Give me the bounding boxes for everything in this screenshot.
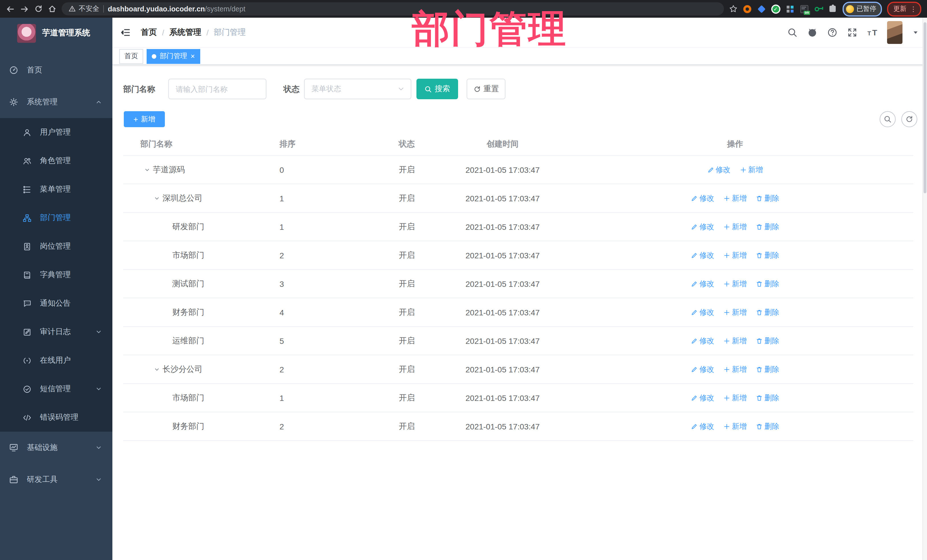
ext-puzzle-icon[interactable] (828, 4, 837, 14)
tag-0[interactable]: 首页 (119, 49, 143, 64)
github-icon[interactable] (807, 27, 818, 38)
status-select[interactable]: 菜单状态 (304, 79, 411, 99)
action-add-link[interactable]: 新增 (723, 307, 747, 317)
action-edit-link[interactable]: 修改 (691, 193, 714, 203)
sidebar-item-sub-1[interactable]: 角色管理 (0, 147, 112, 175)
action-edit-link[interactable]: 修改 (691, 279, 714, 289)
action-delete-link[interactable]: 删除 (756, 250, 779, 260)
sidebar-submenu: 用户管理角色管理菜单管理部门管理岗位管理字典管理通知公告审计日志在线用户短信管理… (0, 118, 112, 432)
edit-pencil-icon (691, 252, 698, 259)
action-edit-link[interactable]: 修改 (691, 250, 714, 260)
action-delete-link[interactable]: 删除 (756, 421, 779, 431)
scrollbar-thumb[interactable] (924, 22, 926, 193)
address-bar[interactable]: 不安全 dashboard.yudao.iocoder.cn/system/de… (62, 2, 723, 15)
action-delete-link[interactable]: 删除 (756, 364, 779, 374)
font-size-icon[interactable]: TT (867, 27, 877, 38)
sidebar-item-secondary-0[interactable]: 基础设施 (0, 432, 112, 464)
action-add-link[interactable]: 新增 (723, 193, 747, 203)
help-icon[interactable] (827, 27, 837, 38)
action-delete-link[interactable]: 删除 (756, 222, 779, 232)
action-delete-link[interactable]: 删除 (756, 279, 779, 289)
ext-blue-gem-icon[interactable] (757, 4, 766, 14)
plus-icon (723, 252, 730, 259)
sidebar-item-secondary-1[interactable]: 研发工具 (0, 464, 112, 496)
action-edit-link[interactable]: 修改 (691, 307, 714, 317)
sidebar-item-sub-4[interactable]: 岗位管理 (0, 232, 112, 261)
edit-pencil-icon (691, 280, 698, 287)
kebab-menu-icon[interactable]: ⋮ (910, 6, 917, 12)
search-button[interactable]: 搜索 (416, 79, 458, 99)
sidebar-item-sub-10[interactable]: 错误码管理 (0, 403, 112, 432)
breadcrumb-home[interactable]: 首页 (141, 27, 157, 38)
action-delete-link[interactable]: 删除 (756, 335, 779, 346)
sidebar-item-sub-7[interactable]: 审计日志 (0, 318, 112, 346)
sidebar-item-sub-8[interactable]: 在线用户 (0, 346, 112, 375)
sidebar-item-sub-5[interactable]: 字典管理 (0, 261, 112, 289)
tree-expand-chevron-icon[interactable] (144, 166, 150, 173)
plus-icon (723, 395, 730, 401)
dept-name-input[interactable] (168, 79, 266, 99)
tag-active-1[interactable]: 部门管理× (147, 49, 200, 64)
sidebar-item-sub-2[interactable]: 菜单管理 (0, 175, 112, 203)
action-edit-link[interactable]: 修改 (691, 222, 714, 232)
tree-expand-chevron-icon[interactable] (153, 366, 160, 373)
action-delete-link[interactable]: 删除 (756, 393, 779, 403)
action-edit-link[interactable]: 修改 (691, 393, 714, 403)
tree-expand-chevron-icon[interactable] (153, 195, 160, 202)
ext-green-key-icon[interactable] (814, 4, 823, 14)
dept-name: 市场部门 (172, 250, 204, 260)
profile-chip[interactable]: 已暂停 (842, 2, 882, 16)
action-edit-link[interactable]: 修改 (707, 164, 731, 175)
reset-button[interactable]: 重置 (467, 79, 505, 99)
bookmark-star-icon[interactable] (729, 5, 737, 13)
browser-home-icon[interactable] (48, 5, 56, 13)
action-add-link[interactable]: 新增 (723, 421, 747, 431)
dept-status: 开启 (383, 279, 448, 289)
sidebar-item-primary-1[interactable]: 系统管理 (0, 86, 112, 118)
action-add-link[interactable]: 新增 (740, 164, 763, 175)
refresh-table-button[interactable] (901, 111, 917, 127)
user-avatar[interactable] (887, 21, 903, 44)
chevron-down-icon[interactable] (912, 29, 919, 36)
action-add-link[interactable]: 新增 (723, 222, 747, 232)
sidebar-item-primary-0[interactable]: 首页 (0, 54, 112, 86)
action-edit-link[interactable]: 修改 (691, 421, 714, 431)
search-icon[interactable] (787, 27, 798, 38)
browser-update-button[interactable]: 更新 ⋮ (887, 2, 921, 16)
ext-on-badge-icon[interactable]: on (799, 4, 808, 14)
sidebar-item-sub-9[interactable]: 短信管理 (0, 375, 112, 403)
security-label[interactable]: 不安全 (79, 4, 99, 14)
action-delete-link[interactable]: 删除 (756, 307, 779, 317)
status-select-placeholder: 菜单状态 (312, 84, 341, 94)
hamburger-icon[interactable] (120, 27, 131, 38)
sidebar-logo[interactable]: 芋道管理系统 (0, 18, 112, 49)
browser-reload-icon[interactable] (34, 5, 43, 13)
browser-back-icon[interactable] (6, 4, 15, 14)
plus-icon (723, 309, 730, 316)
tag-close-icon[interactable]: × (190, 52, 195, 60)
fullscreen-icon[interactable] (847, 27, 857, 38)
toggle-search-button[interactable] (880, 111, 896, 127)
action-delete-link[interactable]: 删除 (756, 193, 779, 203)
sidebar-item-sub-3[interactable]: 部门管理 (0, 203, 112, 232)
action-label: 新增 (732, 222, 747, 232)
action-add-link[interactable]: 新增 (723, 250, 747, 260)
dict-book-icon (23, 270, 31, 279)
ext-green-check-icon[interactable]: ✓ (771, 4, 780, 14)
action-add-link[interactable]: 新增 (723, 364, 747, 374)
action-edit-link[interactable]: 修改 (691, 364, 714, 374)
action-add-link[interactable]: 新增 (723, 279, 747, 289)
action-edit-link[interactable]: 修改 (691, 335, 714, 346)
action-add-link[interactable]: 新增 (723, 335, 747, 346)
ext-blue-grid-icon[interactable] (785, 4, 794, 14)
browser-forward-icon[interactable] (20, 4, 29, 14)
row-actions: 修改新增删除 (557, 279, 913, 289)
breadcrumb-system[interactable]: 系统管理 (169, 27, 201, 38)
trash-icon (756, 395, 763, 401)
ext-orange-donut-icon[interactable] (742, 4, 752, 14)
page-scrollbar[interactable] (922, 18, 927, 560)
add-button[interactable]: + 新增 (124, 111, 165, 127)
action-add-link[interactable]: 新增 (723, 393, 747, 403)
sidebar-item-sub-0[interactable]: 用户管理 (0, 118, 112, 147)
sidebar-item-sub-6[interactable]: 通知公告 (0, 289, 112, 318)
